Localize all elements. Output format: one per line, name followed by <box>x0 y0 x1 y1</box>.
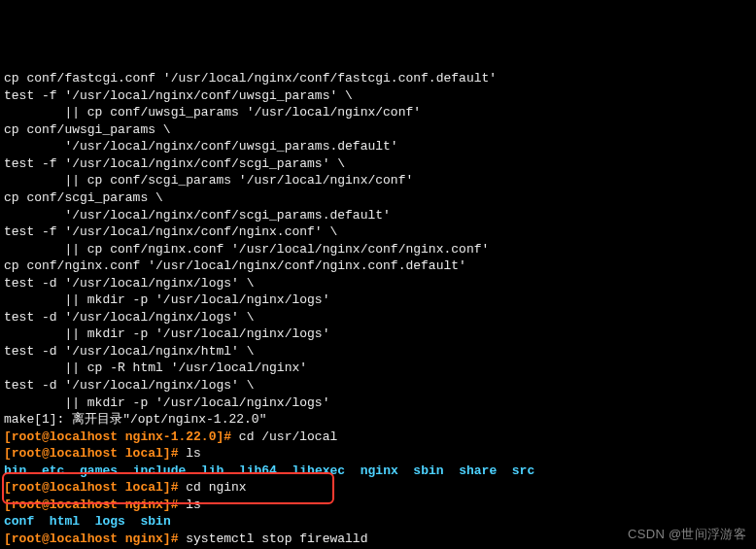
command: cd /usr/local <box>231 429 337 444</box>
dir-entry: sbin <box>413 463 443 478</box>
terminal-line: test -d '/usr/local/nginx/logs' \ <box>4 275 752 292</box>
dir-entry: share <box>459 463 497 478</box>
terminal-line: || cp -R html '/usr/local/nginx' <box>4 360 752 377</box>
terminal-line: [root@localhost nginx]# ls <box>4 497 752 514</box>
dir-entry: lib64 <box>239 463 277 478</box>
terminal-line: [root@localhost nginx-1.22.0]# cd /usr/l… <box>4 429 752 446</box>
output-text: test -d '/usr/local/nginx/logs' \ <box>4 378 254 393</box>
dir-entry: libexec <box>292 463 346 478</box>
prompt: [root@localhost local]# <box>4 480 178 495</box>
prompt: [root@localhost nginx]# <box>4 532 178 546</box>
command: cd nginx <box>178 480 246 495</box>
output-text: || mkdir -p '/usr/local/nginx/logs' <box>4 395 329 410</box>
terminal-line: test -d '/usr/local/nginx/logs' \ <box>4 309 752 326</box>
output-text: make[1]: 离开目录"/opt/nginx-1.22.0" <box>4 412 266 427</box>
ls-output-local: bin etc games include lib lib64 libexec … <box>4 463 752 480</box>
terminal-output[interactable]: cp conf/fastcgi.conf '/usr/local/nginx/c… <box>4 70 752 549</box>
terminal-line: || cp conf/nginx.conf '/usr/local/nginx/… <box>4 241 752 258</box>
output-text: test -f '/usr/local/nginx/conf/uwsgi_par… <box>4 88 353 103</box>
terminal-line: || cp conf/scgi_params '/usr/local/nginx… <box>4 172 752 189</box>
dir-entry: src <box>512 463 534 478</box>
output-text: test -f '/usr/local/nginx/conf/scgi_para… <box>4 156 345 171</box>
dir-entry: bin <box>4 463 26 478</box>
terminal-line: || mkdir -p '/usr/local/nginx/logs' <box>4 326 752 343</box>
output-text: cp conf/scgi_params \ <box>4 190 163 205</box>
terminal-line: make[1]: 离开目录"/opt/nginx-1.22.0" <box>4 411 752 429</box>
terminal-line: test -f '/usr/local/nginx/conf/uwsgi_par… <box>4 87 752 105</box>
terminal-line: test -f '/usr/local/nginx/conf/nginx.con… <box>4 223 752 241</box>
output-text: || mkdir -p '/usr/local/nginx/logs' <box>4 292 329 307</box>
dir-entry: sbin <box>140 514 170 529</box>
dir-entry: include <box>133 463 187 478</box>
dir-entry: html <box>50 514 80 529</box>
output-text: cp conf/fastcgi.conf '/usr/local/nginx/c… <box>4 71 497 86</box>
prompt: [root@localhost local]# <box>4 446 178 461</box>
dir-entry: conf <box>4 514 34 529</box>
terminal-line: [root@localhost local]# ls <box>4 445 752 463</box>
prompt: [root@localhost nginx-1.22.0]# <box>4 429 231 444</box>
output-text: || cp -R html '/usr/local/nginx' <box>4 360 307 375</box>
terminal-line: || mkdir -p '/usr/local/nginx/logs' <box>4 292 752 309</box>
output-text: || cp conf/nginx.conf '/usr/local/nginx/… <box>4 242 489 257</box>
output-text: test -d '/usr/local/nginx/html' \ <box>4 344 254 359</box>
terminal-line: [root@localhost local]# cd nginx <box>4 479 752 497</box>
terminal-line: cp conf/fastcgi.conf '/usr/local/nginx/c… <box>4 70 752 87</box>
terminal-line: test -d '/usr/local/nginx/html' \ <box>4 343 752 360</box>
output-text: cp conf/uwsgi_params \ <box>4 122 171 137</box>
prompt: [root@localhost nginx]# <box>4 498 178 512</box>
dir-entry: etc <box>42 463 64 478</box>
terminal-line: || cp conf/uwsgi_params '/usr/local/ngin… <box>4 104 752 121</box>
command: ls <box>178 446 200 461</box>
output-text: test -d '/usr/local/nginx/logs' \ <box>4 276 254 291</box>
dir-entry: games <box>80 463 118 478</box>
terminal-line: cp conf/uwsgi_params \ <box>4 121 752 139</box>
dir-entry: logs <box>95 514 125 529</box>
terminal-line: || mkdir -p '/usr/local/nginx/logs' <box>4 395 752 412</box>
dir-entry: nginx <box>361 463 398 478</box>
output-text: || cp conf/uwsgi_params '/usr/local/ngin… <box>4 105 421 120</box>
terminal-line: test -d '/usr/local/nginx/logs' \ <box>4 377 752 395</box>
terminal-line: '/usr/local/nginx/conf/uwsgi_params.defa… <box>4 138 752 155</box>
output-text: '/usr/local/nginx/conf/scgi_params.defau… <box>4 208 391 223</box>
terminal-line: cp conf/nginx.conf '/usr/local/nginx/con… <box>4 257 752 275</box>
terminal-line: test -f '/usr/local/nginx/conf/scgi_para… <box>4 155 752 173</box>
output-text: test -d '/usr/local/nginx/logs' \ <box>4 310 254 325</box>
watermark-text: CSDN @世间浮游客 <box>628 526 746 543</box>
terminal-line: '/usr/local/nginx/conf/scgi_params.defau… <box>4 207 752 224</box>
output-text: test -f '/usr/local/nginx/conf/nginx.con… <box>4 224 337 239</box>
output-text: || mkdir -p '/usr/local/nginx/logs' <box>4 326 329 341</box>
output-text: '/usr/local/nginx/conf/uwsgi_params.defa… <box>4 139 398 154</box>
dir-entry: lib <box>201 463 223 478</box>
command: systemctl stop firewalld <box>178 532 367 546</box>
terminal-line: cp conf/scgi_params \ <box>4 189 752 207</box>
command: ls <box>178 498 200 512</box>
output-text: cp conf/nginx.conf '/usr/local/nginx/con… <box>4 258 466 273</box>
output-text: || cp conf/scgi_params '/usr/local/nginx… <box>4 173 413 188</box>
